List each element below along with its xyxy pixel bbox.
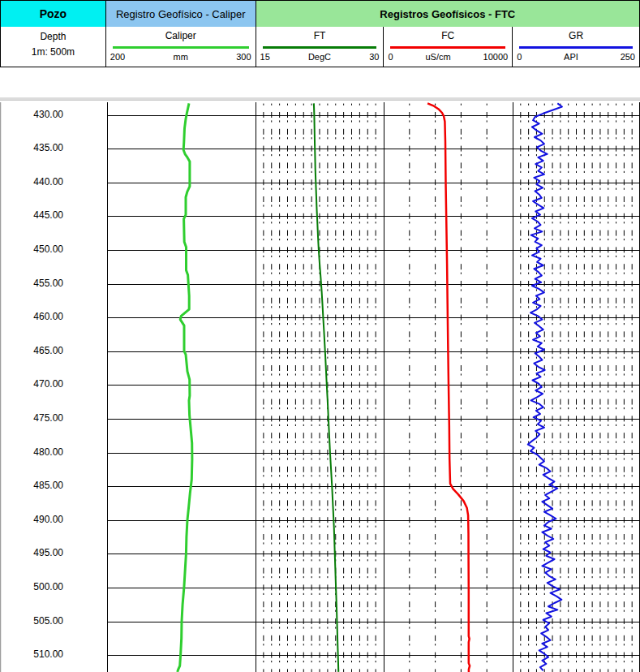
gr-curve bbox=[528, 103, 562, 670]
banner-row: Pozo Registro Geofísico - Caliper Regist… bbox=[0, 0, 640, 27]
track-name-gr: GR bbox=[513, 27, 639, 41]
log-plot-area[interactable]: 430.00435.00440.00445.00450.00455.00460.… bbox=[0, 102, 640, 672]
horizontal-scrollbar-track[interactable] bbox=[0, 97, 640, 102]
track-header-caliper: Caliper 200 mm 300 bbox=[106, 27, 256, 67]
ft-scale-unit: DegC bbox=[270, 52, 369, 62]
well-header-cell: Pozo bbox=[1, 1, 106, 28]
fc-scale-unit: uS/cm bbox=[393, 52, 483, 62]
caliper-scale-min: 200 bbox=[110, 52, 125, 62]
ft-scale-min: 15 bbox=[260, 52, 270, 62]
track-header-ft: FT 15 DegC 30 bbox=[256, 27, 384, 67]
well-log-sheet: Pozo Registro Geofísico - Caliper Regist… bbox=[0, 0, 640, 672]
gr-scale-unit: API bbox=[522, 52, 620, 62]
gr-scale-max: 250 bbox=[621, 52, 635, 62]
caliper-curve bbox=[178, 103, 192, 672]
track-name-ft: FT bbox=[256, 27, 384, 41]
depth-title: Depth bbox=[1, 27, 105, 42]
ftc-band-header: Registros Geofísicos - FTC bbox=[256, 1, 640, 28]
track-header-fc: FC 0 uS/cm 10000 bbox=[384, 27, 513, 67]
track-name-caliper: Caliper bbox=[106, 27, 256, 41]
caliper-scale-unit: mm bbox=[125, 52, 236, 62]
log-curves-canvas bbox=[0, 102, 640, 672]
fc-scale-max: 10000 bbox=[483, 52, 509, 62]
track-header-row: Depth 1m: 500m Caliper 200 mm 300 FT 15 … bbox=[0, 27, 640, 67]
track-header-gr: GR 0 API 250 bbox=[513, 27, 640, 67]
caliper-band-header: Registro Geofísico - Caliper bbox=[106, 1, 256, 28]
fc-curve bbox=[427, 103, 470, 672]
ft-curve bbox=[314, 103, 338, 672]
depth-header-cell: Depth 1m: 500m bbox=[1, 27, 106, 67]
track-name-fc: FC bbox=[384, 27, 512, 41]
caliper-scale-max: 300 bbox=[236, 52, 251, 62]
depth-scale-ratio: 1m: 500m bbox=[1, 42, 105, 58]
ft-scale-max: 30 bbox=[369, 52, 379, 62]
header-plot-gap bbox=[0, 67, 640, 97]
